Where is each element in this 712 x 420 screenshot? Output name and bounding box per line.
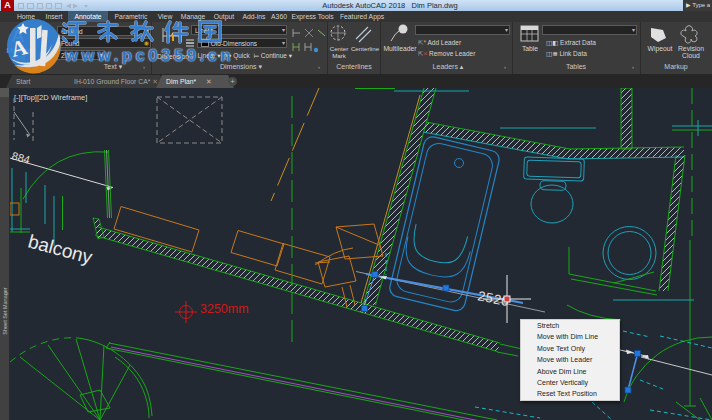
- svg-text:884: 884: [10, 149, 31, 166]
- svg-text:3250mm: 3250mm: [200, 302, 249, 316]
- svg-text:[-][Top][2D Wireframe]: [-][Top][2D Wireframe]: [14, 93, 87, 102]
- svg-text:balcony: balcony: [26, 231, 95, 268]
